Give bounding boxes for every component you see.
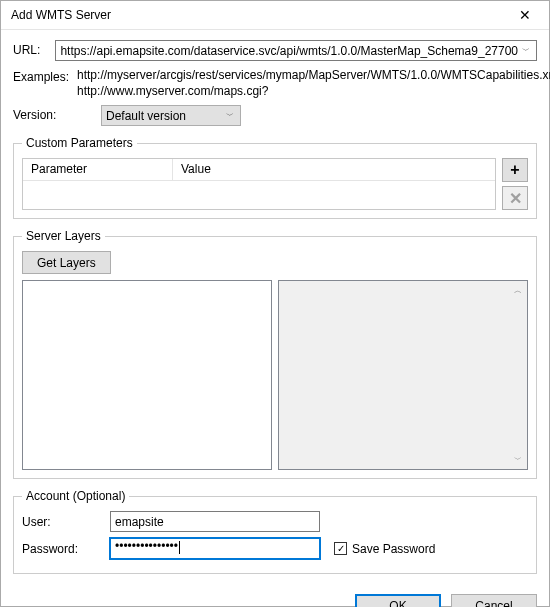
plus-icon: + xyxy=(510,161,519,179)
url-value: https://api.emapsite.com/dataservice.svc… xyxy=(60,44,518,58)
examples-row: Examples: http://myserver/arcgis/rest/se… xyxy=(13,67,537,99)
examples-text: http://myserver/arcgis/rest/services/mym… xyxy=(77,67,550,99)
user-label: User: xyxy=(22,515,102,529)
close-button[interactable]: ✕ xyxy=(502,1,547,29)
password-input[interactable]: ••••••••••••••• xyxy=(110,538,320,559)
server-layers-legend: Server Layers xyxy=(22,229,105,243)
scroll-up-icon: ︿ xyxy=(514,282,522,299)
version-value: Default version xyxy=(106,109,186,123)
layer-details-pane[interactable]: ︿ ﹀ xyxy=(278,280,528,470)
dialog-footer: OK Cancel xyxy=(1,586,549,607)
account-group: Account (Optional) User: Password: •••••… xyxy=(13,489,537,574)
text-caret xyxy=(179,541,180,554)
example-line-2: http://www.myserver.com/maps.cgi? xyxy=(77,83,550,99)
url-row: URL: https://api.emapsite.com/dataservic… xyxy=(13,40,537,61)
chevron-down-icon: ﹀ xyxy=(222,106,238,125)
remove-parameter-button[interactable]: ✕ xyxy=(502,186,528,210)
password-mask: ••••••••••••••• xyxy=(115,539,178,553)
checkbox-icon: ✓ xyxy=(334,542,347,555)
url-label: URL: xyxy=(13,40,47,57)
save-password-label: Save Password xyxy=(352,542,435,556)
server-layers-group: Server Layers Get Layers ︿ ﹀ xyxy=(13,229,537,479)
user-input[interactable] xyxy=(110,511,320,532)
close-icon: ✕ xyxy=(519,7,531,23)
version-label: Version: xyxy=(13,105,93,122)
version-row: Version: Default version ﹀ xyxy=(13,105,537,126)
account-legend: Account (Optional) xyxy=(22,489,129,503)
custom-parameters-legend: Custom Parameters xyxy=(22,136,137,150)
save-password-checkbox[interactable]: ✓ Save Password xyxy=(334,542,435,556)
add-parameter-button[interactable]: + xyxy=(502,158,528,182)
url-combobox[interactable]: https://api.emapsite.com/dataservice.svc… xyxy=(55,40,537,61)
chevron-down-icon: ﹀ xyxy=(518,41,534,60)
cancel-button[interactable]: Cancel xyxy=(451,594,537,607)
remove-icon: ✕ xyxy=(509,189,522,208)
version-combobox[interactable]: Default version ﹀ xyxy=(101,105,241,126)
col-value: Value xyxy=(173,159,495,180)
custom-parameters-group: Custom Parameters Parameter Value + ✕ xyxy=(13,136,537,219)
examples-label: Examples: xyxy=(13,67,69,84)
titlebar: Add WMTS Server ✕ xyxy=(1,1,549,30)
scrollbar[interactable]: ︿ ﹀ xyxy=(509,282,526,468)
example-line-1: http://myserver/arcgis/rest/services/mym… xyxy=(77,67,550,83)
window-title: Add WMTS Server xyxy=(11,8,502,22)
scroll-down-icon: ﹀ xyxy=(514,451,522,468)
layers-list-pane[interactable] xyxy=(22,280,272,470)
ok-button[interactable]: OK xyxy=(355,594,441,607)
col-parameter: Parameter xyxy=(23,159,173,180)
dialog-add-wmts-server: Add WMTS Server ✕ URL: https://api.emaps… xyxy=(0,0,550,607)
parameters-header: Parameter Value xyxy=(23,159,495,181)
parameters-table[interactable]: Parameter Value xyxy=(22,158,496,210)
dialog-body: URL: https://api.emapsite.com/dataservic… xyxy=(1,30,549,586)
password-label: Password: xyxy=(22,542,102,556)
get-layers-button[interactable]: Get Layers xyxy=(22,251,111,274)
